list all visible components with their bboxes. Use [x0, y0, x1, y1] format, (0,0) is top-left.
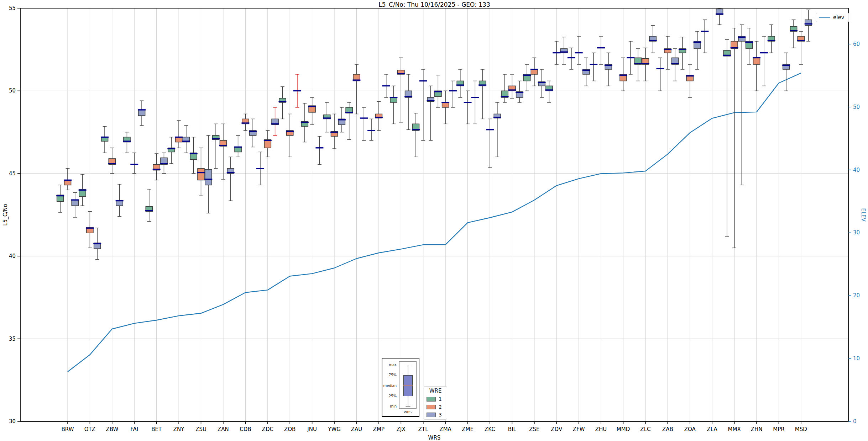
- x-tick-label-ZOA: ZOA: [684, 426, 696, 432]
- box-ZNY-wre2-iqr: [176, 137, 182, 142]
- x-tick-label-ZSU: ZSU: [195, 426, 206, 432]
- x-tick-label-ZAN: ZAN: [218, 426, 229, 432]
- box-ZBW-wre3-iqr: [116, 201, 123, 206]
- wre-legend-label: 2: [439, 404, 442, 410]
- inset-lower-whisker: [408, 396, 408, 406]
- elev-line-swatch-icon: [819, 17, 830, 18]
- x-tick-label-ZJX: ZJX: [397, 426, 406, 432]
- left-tick-label-50: 50: [9, 87, 16, 94]
- wre-legend: WRE 1 2 3: [424, 386, 447, 420]
- left-tick-label-40: 40: [9, 253, 16, 259]
- box-ZSU-wre2-iqr: [198, 169, 204, 180]
- x-tick-label-ZAB: ZAB: [662, 426, 673, 432]
- x-tick-label-ZFW: ZFW: [573, 426, 585, 432]
- left-tick-label-45: 45: [9, 170, 16, 177]
- x-tick-label-BIL: BIL: [508, 426, 517, 432]
- x-tick-label-BET: BET: [151, 426, 162, 432]
- x-axis-title: WRS: [428, 435, 441, 441]
- elev-legend-label: elev: [833, 14, 845, 21]
- box-ZSU-wre3-iqr: [205, 169, 212, 185]
- box-ZHN-wre2-iqr: [753, 58, 760, 64]
- wre-legend-label: 1: [439, 396, 442, 402]
- left-tick-label-30: 30: [9, 418, 16, 425]
- box-BRW-wre3-iqr: [72, 200, 78, 206]
- right-tick-label-40: 40: [853, 167, 860, 173]
- right-tick-label-10: 10: [853, 355, 860, 362]
- wre-legend-label: 3: [439, 412, 442, 418]
- inset-xlabel: WRS: [404, 410, 412, 414]
- x-tick-label-ZBW: ZBW: [106, 426, 118, 432]
- wre-legend-title: WRE: [429, 388, 442, 394]
- x-tick-label-JNU: JNU: [307, 426, 317, 432]
- wre-legend-item-3: 3: [424, 412, 447, 418]
- x-tick-label-MSD: MSD: [795, 426, 807, 432]
- page-title: L5_C/No: Thu 10/16/2025 - GEO: 133: [378, 1, 490, 8]
- x-tick-label-MPR: MPR: [773, 426, 784, 432]
- inset-max-cap: [406, 365, 410, 365]
- elev-legend: elev: [816, 13, 849, 22]
- inset-median-line: [403, 386, 413, 386]
- right-tick-label-60: 60: [853, 41, 860, 47]
- x-tick-label-ZDC: ZDC: [262, 426, 273, 432]
- y-axis-title-left: L5_C/No: [2, 204, 9, 225]
- x-tick-label-ZNY: ZNY: [173, 426, 184, 432]
- wre3-swatch-icon: [427, 413, 436, 417]
- inset-mini-axes: [399, 361, 417, 409]
- x-tick-label-ZMP: ZMP: [373, 426, 385, 432]
- inset-min-cap: [406, 406, 410, 407]
- box-ZBW-wre1-iqr: [101, 137, 108, 142]
- x-tick-label-CDB: CDB: [240, 426, 251, 432]
- x-tick-label-ZKC: ZKC: [485, 426, 495, 432]
- x-tick-label-ZME: ZME: [462, 426, 474, 432]
- box-MSD-wre3-iqr: [805, 20, 812, 26]
- x-tick-label-OTZ: OTZ: [84, 426, 95, 432]
- x-tick-label-ZHN: ZHN: [751, 426, 763, 432]
- right-tick-label-30: 30: [853, 229, 860, 236]
- plot-border: [20, 8, 848, 421]
- right-tick-label-0: 0: [853, 418, 857, 425]
- boxplot-anatomy-inset: max 75% median 25% min WRS: [382, 358, 419, 417]
- inset-label-75: 75%: [389, 373, 397, 377]
- box-ZMA-wre2-iqr: [442, 102, 449, 107]
- wre2-swatch-icon: [427, 405, 436, 409]
- box-ZJX-wre1-iqr: [390, 97, 397, 102]
- boxplot-chart-canvas: 3035404550550102030405060BRWOTZZBWFAIBET…: [0, 0, 868, 441]
- wre1-swatch-icon: [427, 397, 436, 402]
- x-tick-label-BRW: BRW: [62, 426, 74, 432]
- box-FAI-wre3-iqr: [138, 110, 145, 116]
- x-tick-label-FAI: FAI: [130, 426, 138, 432]
- x-tick-label-MMD: MMD: [617, 426, 630, 432]
- right-tick-label-50: 50: [853, 104, 860, 110]
- box-CDB-wre1-iqr: [235, 147, 241, 152]
- x-tick-label-ZLC: ZLC: [640, 426, 650, 432]
- x-tick-label-ZMA: ZMA: [439, 426, 451, 432]
- inset-label-max: max: [389, 363, 397, 367]
- x-tick-label-ZOB: ZOB: [284, 426, 296, 432]
- y-axis-title-right: ELEV: [860, 208, 867, 222]
- x-tick-label-MMX: MMX: [728, 426, 741, 432]
- inset-label-median: median: [383, 384, 397, 388]
- elev-line: [68, 73, 801, 372]
- x-tick-label-ZLA: ZLA: [707, 426, 718, 432]
- wre-legend-item-2: 2: [424, 404, 447, 410]
- box-BRW-wre2-iqr: [64, 180, 71, 185]
- x-tick-label-YWG: YWG: [328, 426, 341, 432]
- left-tick-label-55: 55: [9, 5, 16, 11]
- inset-upper-whisker: [408, 365, 408, 375]
- box-ZSE-wre2-iqr: [531, 69, 538, 74]
- left-tick-label-35: 35: [9, 336, 16, 342]
- inset-label-25: 25%: [389, 394, 397, 398]
- x-tick-label-ZHU: ZHU: [595, 426, 607, 432]
- x-tick-label-ZAU: ZAU: [351, 426, 362, 432]
- figure: 3035404550550102030405060BRWOTZZBWFAIBET…: [0, 0, 868, 441]
- x-tick-label-ZSE: ZSE: [529, 426, 539, 432]
- right-tick-label-20: 20: [853, 292, 860, 299]
- wre-legend-item-1: 1: [424, 397, 447, 402]
- inset-label-min: min: [390, 404, 397, 408]
- x-tick-label-ZTL: ZTL: [418, 426, 428, 432]
- x-tick-label-ZDV: ZDV: [551, 426, 563, 432]
